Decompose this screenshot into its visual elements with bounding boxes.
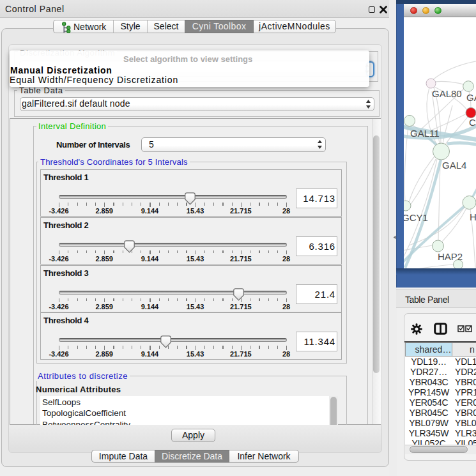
svg-text:HAP2: HAP2 — [438, 251, 463, 262]
svg-text:HIS: HIS — [470, 211, 476, 222]
svg-text:GA: GA — [466, 92, 476, 103]
svg-text:GAL80: GAL80 — [432, 88, 462, 99]
svg-text:CD: CD — [469, 117, 476, 128]
svg-text:GAL4: GAL4 — [442, 160, 466, 171]
svg-text:GCY1: GCY1 — [404, 212, 428, 223]
svg-text:GAL11: GAL11 — [410, 128, 440, 139]
